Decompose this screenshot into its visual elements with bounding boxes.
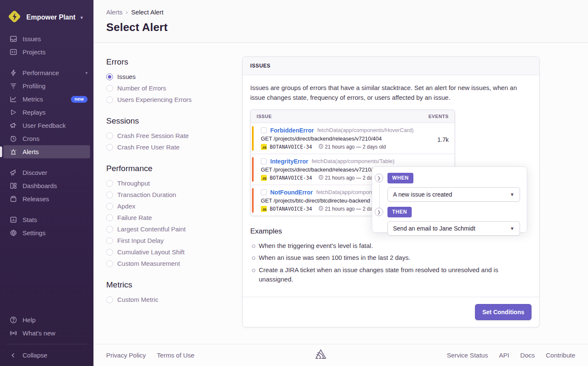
section-heading: Performance — [106, 164, 242, 173]
contribute-link[interactable]: Contribute — [546, 352, 575, 359]
sidebar-item-projects[interactable]: Projects — [0, 45, 93, 59]
sidebar-item-metrics[interactable]: Metrics new — [0, 93, 93, 106]
sidebar-item-label: Metrics — [23, 96, 43, 103]
sidebar-item-help[interactable]: Help — [0, 313, 93, 327]
sidebar-item-label: Help — [23, 316, 36, 324]
sidebar-item-settings[interactable]: Settings — [0, 226, 93, 239]
then-badge: THEN — [387, 207, 412, 217]
org-switcher[interactable]: Empower Plant ▾ — [0, 7, 93, 32]
option-throughput[interactable]: Throughput — [106, 177, 242, 189]
row-checkbox[interactable] — [261, 158, 267, 164]
level-indicator — [252, 188, 254, 213]
sidebar-item-performance[interactable]: Performance ▾ — [0, 66, 93, 79]
issue-request: GET /projects/direct/backend/releases/v7… — [261, 135, 449, 142]
section-errors: Errors Issues Number of Errors Users Exp… — [106, 57, 242, 105]
clock-icon — [319, 175, 323, 181]
option-number-of-errors[interactable]: Number of Errors — [106, 82, 242, 94]
radio-icon[interactable] — [106, 214, 113, 221]
performance-icon — [9, 69, 17, 77]
issue-age-text: 21 hours ago — 2 days old — [325, 144, 386, 150]
javascript-platform-icon: JS — [261, 206, 267, 212]
radio-icon[interactable] — [106, 144, 113, 151]
sidebar-item-dashboards[interactable]: Dashboards — [0, 179, 93, 192]
radio-icon[interactable] — [106, 180, 113, 187]
option-crash-free-session-rate[interactable]: Crash Free Session Rate — [106, 130, 242, 141]
option-issues[interactable]: Issues — [106, 71, 242, 82]
projects-icon — [9, 48, 17, 56]
option-cumulative-layout-shift[interactable]: Cumulative Layout Shift — [106, 246, 242, 258]
sidebar-item-whats-new[interactable]: What's new — [0, 327, 93, 340]
level-indicator — [252, 157, 254, 182]
column-header-issue: ISSUE — [257, 114, 272, 119]
sidebar-divider — [7, 344, 87, 344]
option-apdex[interactable]: Apdex — [106, 200, 242, 212]
radio-selected-icon[interactable] — [106, 73, 113, 80]
sidebar-collapse-button[interactable]: Collapse — [0, 349, 93, 362]
then-action-select[interactable]: Send an email to Jane Schmidt ▼ — [387, 221, 520, 236]
radio-icon[interactable] — [106, 226, 113, 233]
sidebar-item-user-feedback[interactable]: User Feedback — [0, 119, 93, 132]
panel-description: Issues are groups of errors that have a … — [250, 83, 531, 103]
section-heading: Metrics — [106, 280, 242, 290]
chevron-down-icon: ▾ — [85, 70, 88, 75]
example-item: When the triggering event's level is fat… — [250, 240, 531, 252]
project-slug: BOTANAVOICE-34 — [270, 206, 312, 212]
issue-name-link[interactable]: NotFoundError — [270, 189, 313, 196]
option-label: Transaction Duration — [117, 191, 176, 198]
crons-icon — [9, 135, 17, 143]
row-checkbox[interactable] — [261, 189, 267, 195]
radio-icon[interactable] — [106, 132, 113, 139]
option-first-input-delay[interactable]: First Input Delay — [106, 235, 242, 246]
table-row[interactable]: ForbiddenError fetchData(app/components/… — [251, 123, 455, 154]
option-custom-measurement[interactable]: Custom Measurement — [106, 258, 242, 269]
terms-of-use-link[interactable]: Terms of Use — [157, 352, 194, 359]
option-crash-free-user-rate[interactable]: Crash Free User Rate — [106, 141, 242, 153]
sidebar-item-label: Crons — [23, 135, 40, 142]
issue-name-link[interactable]: ForbiddenError — [270, 127, 314, 134]
issue-name-link[interactable]: IntegrityError — [270, 158, 308, 165]
when-condition-select[interactable]: A new issue is created ▼ — [387, 187, 520, 202]
column-header-events: EVENTS — [428, 114, 449, 119]
sidebar-item-alerts[interactable]: Alerts — [3, 145, 90, 158]
service-status-link[interactable]: Service Status — [447, 352, 488, 359]
privacy-policy-link[interactable]: Privacy Policy — [106, 352, 146, 359]
issues-icon — [9, 35, 17, 43]
sidebar-item-label: Alerts — [23, 148, 39, 155]
page-footer: Privacy Policy Terms of Use Service Stat… — [93, 344, 588, 366]
set-conditions-button[interactable]: Set Conditions — [475, 304, 531, 320]
sidebar-item-crons[interactable]: Crons — [0, 132, 93, 145]
option-failure-rate[interactable]: Failure Rate — [106, 212, 242, 223]
radio-icon[interactable] — [106, 85, 113, 92]
option-label: Apdex — [117, 203, 136, 210]
sidebar-item-label: Performance — [23, 69, 59, 76]
section-heading: Errors — [106, 57, 242, 67]
option-transaction-duration[interactable]: Transaction Duration — [106, 189, 242, 200]
panel-header: ISSUES — [243, 57, 539, 75]
radio-icon[interactable] — [106, 237, 113, 244]
radio-icon[interactable] — [106, 260, 113, 267]
radio-icon[interactable] — [106, 249, 113, 256]
sidebar-item-issues[interactable]: Issues — [0, 32, 93, 45]
docs-link[interactable]: Docs — [520, 352, 535, 359]
sidebar-item-profiling[interactable]: Profiling — [0, 79, 93, 93]
user-feedback-icon — [9, 122, 17, 130]
radio-icon[interactable] — [106, 296, 113, 303]
sidebar-item-label: Replays — [23, 109, 45, 116]
radio-icon[interactable] — [106, 191, 113, 198]
option-users-experiencing-errors[interactable]: Users Experiencing Errors — [106, 94, 242, 105]
examples-list: When the triggering event's level is fat… — [250, 240, 531, 286]
sentry-logo-icon[interactable] — [315, 349, 327, 362]
option-label: Cumulative Layout Shift — [117, 248, 184, 256]
option-largest-contentful-paint[interactable]: Largest Contentful Paint — [106, 223, 242, 235]
project-slug: BOTANAVOICE-34 — [270, 175, 312, 181]
row-checkbox[interactable] — [261, 127, 267, 133]
api-link[interactable]: API — [499, 352, 509, 359]
radio-icon[interactable] — [106, 96, 113, 103]
sidebar-item-discover[interactable]: Discover — [0, 166, 93, 179]
sidebar-item-releases[interactable]: Releases — [0, 192, 93, 206]
option-custom-metric[interactable]: Custom Metric — [106, 294, 242, 305]
sidebar-item-replays[interactable]: Replays — [0, 106, 93, 119]
sidebar-item-stats[interactable]: Stats — [0, 213, 93, 226]
breadcrumb-alerts-link[interactable]: Alerts — [106, 8, 122, 16]
radio-icon[interactable] — [106, 203, 113, 210]
